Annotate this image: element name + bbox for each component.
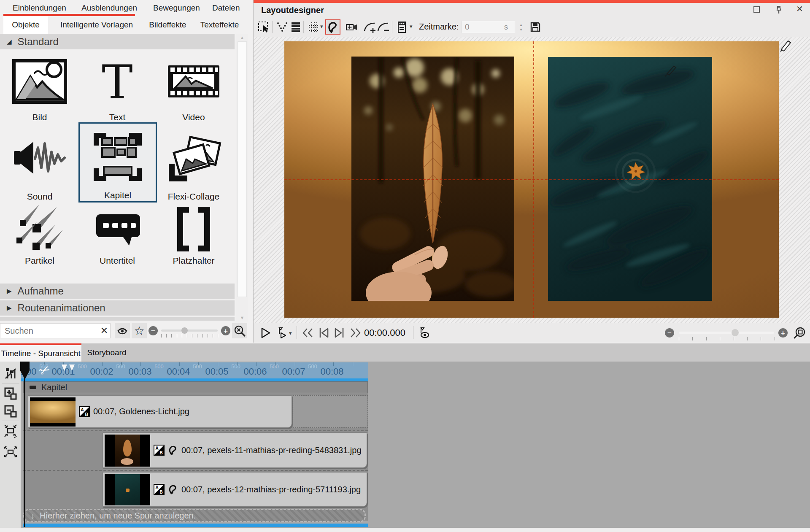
close-button[interactable]: ✕ (796, 4, 803, 14)
tab-storyboard[interactable]: Storyboard (81, 343, 132, 362)
go-to-start-icon (318, 328, 329, 338)
canvas-zoom-in-button[interactable]: + (778, 328, 788, 338)
camera-pan-button[interactable] (344, 19, 359, 35)
layers-button[interactable] (288, 19, 303, 35)
shrink-view-button[interactable] (3, 423, 18, 438)
add-curve-point-button[interactable] (362, 19, 378, 35)
clip-pexels-12[interactable]: A B 00:07, pexels-12-mathias-pr-reding-5… (103, 472, 367, 507)
slider-thumb[interactable] (732, 329, 739, 336)
thumbnail-zoom-in-button[interactable]: + (221, 326, 230, 335)
marker-visibility-button[interactable] (417, 326, 431, 340)
toolbox-scrollbar[interactable]: ▲ ▼ (236, 34, 248, 321)
scroll-up-icon[interactable]: ▲ (236, 35, 248, 40)
spinner-up-icon[interactable]: ▴ (520, 22, 522, 27)
object-item-video[interactable]: Video (159, 51, 229, 123)
canvas-zoom-slider[interactable] (679, 332, 774, 334)
section-aufnahme[interactable]: ▶ Aufnahme (0, 284, 235, 299)
object-item-text[interactable]: T Text (82, 51, 152, 123)
spinner-down-icon[interactable]: ▾ (520, 27, 522, 32)
rewind-button[interactable] (301, 326, 314, 340)
curve-tool-button-active[interactable] (325, 19, 340, 35)
timeline-zoom-out-button[interactable] (3, 404, 18, 419)
canvas-zoom-out-button[interactable]: − (665, 328, 674, 338)
timeline-bottom-scrollbar[interactable] (23, 524, 368, 527)
timeline-zoom-in-button[interactable] (3, 386, 18, 401)
play-button[interactable] (259, 326, 272, 340)
tab-objekte[interactable]: Objekte (3, 16, 48, 34)
expand-view-button[interactable] (3, 444, 18, 459)
zeitmarke-spinner[interactable]: ▴ ▾ (518, 20, 524, 34)
object-item-flexi-collage[interactable]: Flexi-Collage (159, 123, 229, 203)
go-to-end-button[interactable] (333, 326, 346, 340)
partikel-icon (5, 203, 75, 256)
pin-button[interactable] (774, 5, 783, 15)
zoom-fit-button[interactable] (793, 326, 806, 340)
object-item-bild[interactable]: Bild (5, 51, 75, 123)
object-item-sound[interactable]: Sound (5, 123, 75, 203)
save-layout-button[interactable] (528, 19, 543, 35)
maximize-button[interactable] (753, 6, 760, 13)
save-disk-icon (529, 21, 541, 33)
section-collapsed-icon: ▶ (7, 304, 12, 312)
tab-texteffekte[interactable]: Texteffekte (195, 16, 244, 34)
timeline-top-scrollbar[interactable] (21, 378, 368, 381)
section-standard[interactable]: ◢ Standard (0, 34, 235, 49)
play-options-caret[interactable]: ▾ (289, 330, 292, 336)
search-input[interactable] (0, 323, 111, 338)
center-guide-horizontal (284, 179, 779, 180)
track-display-mode-button[interactable] (3, 366, 18, 381)
grid-button[interactable] (306, 19, 321, 35)
photo-leaf-on-water[interactable] (548, 57, 712, 301)
layout-workspace[interactable] (254, 37, 810, 323)
photo-leaf-in-hand[interactable] (351, 57, 514, 301)
properties-panel-button[interactable] (394, 19, 410, 35)
search-clear-icon[interactable]: ✕ (99, 325, 110, 337)
scrollbar-thumb[interactable] (238, 41, 247, 297)
tab-dateien[interactable]: Dateien (212, 0, 240, 16)
item-label: Flexi-Collage (168, 192, 220, 203)
grid-dropdown-caret[interactable]: ▾ (320, 23, 323, 30)
object-item-kapitel[interactable]: Kapitel (78, 122, 157, 203)
new-track-drop-zone[interactable]: ↓ Hierher ziehen, um neue Spur anzulegen… (23, 509, 366, 522)
path-points-button[interactable] (275, 19, 290, 35)
remove-curve-point-button[interactable] (376, 19, 391, 35)
thumbnail-size-slider[interactable] (161, 329, 218, 332)
preview-eye-button[interactable] (115, 323, 130, 338)
go-to-end-icon (334, 328, 346, 338)
range-marker-flags[interactable] (62, 365, 75, 371)
go-to-start-button[interactable] (317, 326, 330, 340)
clip-pexels-11[interactable]: A B 00:07, pexels-11-mathias-pr-reding-5… (103, 432, 367, 468)
scroll-down-icon[interactable]: ▼ (236, 315, 248, 320)
tab-intelligente-vorlagen[interactable]: Intelligente Vorlagen (53, 16, 140, 34)
layers-icon (289, 21, 302, 33)
ruler-sub-tick: 500 (266, 363, 283, 370)
slider-thumb[interactable] (181, 327, 188, 334)
svg-text:B: B (159, 451, 162, 455)
select-tool-button[interactable] (256, 19, 271, 35)
tab-bewegungen[interactable]: Bewegungen (153, 0, 200, 16)
play-from-marker-button[interactable] (275, 326, 288, 340)
toolbar-separator (392, 21, 392, 33)
tab-bildeffekte[interactable]: Bildeffekte (143, 16, 192, 34)
object-item-partikel[interactable]: Partikel (5, 203, 75, 267)
properties-dropdown-caret[interactable]: ▾ (410, 23, 413, 30)
playback-separator (297, 326, 297, 339)
playhead-handle[interactable] (19, 362, 30, 380)
object-item-platzhalter[interactable]: Platzhalter (159, 203, 229, 267)
thumbnail-zoom-out-button[interactable]: − (148, 326, 158, 335)
play-icon (259, 327, 271, 339)
track-divider (23, 470, 368, 471)
kapitel-group-header[interactable]: Kapitel (23, 381, 368, 393)
select-tool-icon (257, 21, 270, 33)
fast-forward-button[interactable] (349, 326, 362, 340)
collapse-group-icon[interactable] (30, 386, 36, 389)
favorites-star-button[interactable]: ☆ (132, 323, 147, 338)
reset-zoom-button[interactable] (232, 323, 247, 338)
clip-goldenes-licht[interactable]: A B 00:07, Goldenes-Licht.jpg (28, 395, 292, 428)
flexi-collage-icon (159, 123, 229, 192)
section-routenanimationen[interactable]: ▶ Routenanimationen (0, 300, 235, 316)
playhead-line[interactable] (24, 362, 25, 527)
layout-canvas[interactable] (284, 41, 779, 318)
tab-timeline-spuransicht[interactable]: Timeline - Spuransicht (0, 343, 81, 362)
object-item-untertitel[interactable]: Untertitel (82, 203, 152, 267)
